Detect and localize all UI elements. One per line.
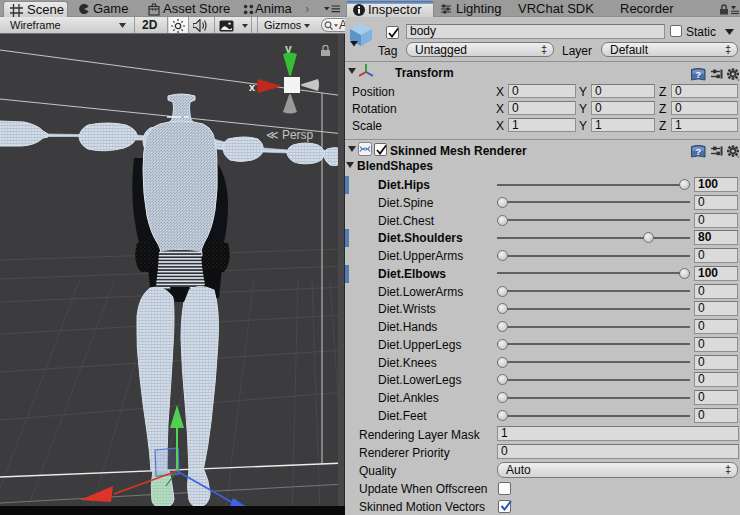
svg-text:?: ? [696,147,702,157]
svg-text:x: x [249,81,256,93]
svg-text:?: ? [696,70,702,80]
svg-text:≪ Persp: ≪ Persp [266,128,314,142]
